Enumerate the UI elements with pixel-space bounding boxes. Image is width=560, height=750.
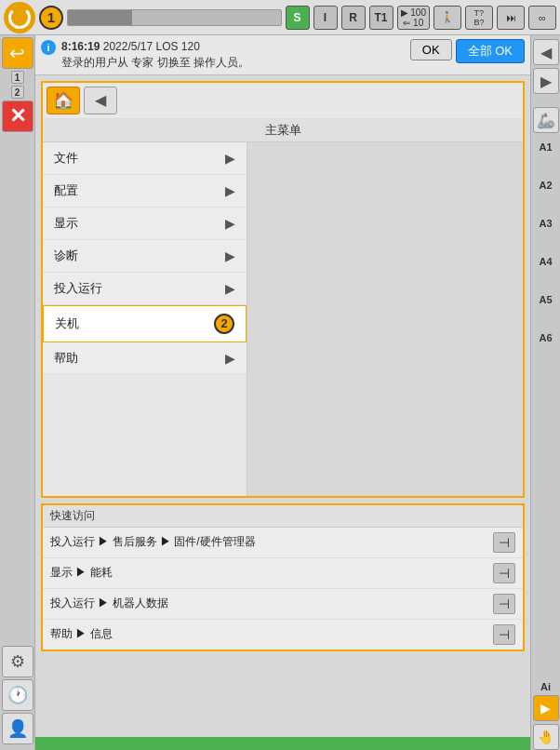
qa-item-1[interactable]: 显示 ▶ 能耗 ⊣ (43, 558, 523, 589)
left-sidebar: ↩ 1 2 ✕ ⚙ 🕐 👤 (0, 35, 35, 750)
btn-r[interactable]: R (341, 6, 366, 30)
menu-item-config-label: 配置 (54, 182, 78, 199)
menu-item-config-arrow: ▶ (225, 183, 235, 198)
menu-title: 主菜单 (43, 119, 523, 142)
info-message: 登录的用户从 专家 切换至 操作人员。 (61, 56, 249, 69)
right-btn-robot[interactable]: 🦾 (533, 107, 559, 133)
menu-item-startup[interactable]: 投入运行 ▶ (43, 273, 247, 305)
info-time: 8:16:19 (61, 40, 100, 53)
qa-item-2[interactable]: 投入运行 ▶ 机器人数据 ⊣ (43, 589, 523, 620)
btn-i[interactable]: I (313, 6, 338, 30)
btn-tb[interactable]: T?B? (465, 6, 493, 30)
qa-item-2-label: 投入运行 ▶ 机器人数据 (50, 596, 168, 611)
shutdown-badge: 2 (214, 314, 234, 334)
right-btn-arrow-left[interactable]: ◀ (533, 39, 559, 65)
menu-item-help-label: 帮助 (54, 350, 78, 367)
info-text: 8:16:19 2022/5/17 LOS 120 登录的用户从 专家 切换至 … (61, 39, 405, 71)
menu-item-config[interactable]: 配置 ▶ (43, 175, 247, 208)
info-actions: OK 全部 OK (410, 39, 525, 63)
ok-all-button[interactable]: 全部 OK (456, 39, 525, 63)
menu-item-display[interactable]: 显示 ▶ (43, 208, 247, 240)
step-badge-1: 1 (39, 6, 63, 30)
menu-item-file-label: 文件 (54, 150, 78, 167)
menu-item-display-label: 显示 (54, 215, 78, 232)
menu-item-diag-arrow: ▶ (225, 248, 235, 263)
right-btn-arrow-right[interactable]: ▶ (533, 68, 559, 94)
info-los: LOS 120 (155, 40, 199, 53)
menu-item-diag[interactable]: 诊断 ▶ (43, 240, 247, 273)
menu-item-shutdown[interactable]: 关机 2 (43, 305, 247, 342)
menu-item-display-arrow: ▶ (225, 216, 235, 231)
right-label-a5: A5 (539, 295, 552, 305)
menu-content-area (247, 142, 523, 496)
qa-item-0[interactable]: 投入运行 ▶ 售后服务 ▶ 固件/硬件管理器 ⊣ (43, 528, 523, 558)
right-label-a4: A4 (539, 257, 552, 267)
main-content: i 8:16:19 2022/5/17 LOS 120 登录的用户从 专家 切换… (35, 35, 530, 750)
qa-item-1-label: 显示 ▶ 能耗 (50, 565, 113, 581)
menu-item-help-arrow: ▶ (225, 351, 235, 366)
qa-item-3[interactable]: 帮助 ▶ 信息 ⊣ (43, 620, 523, 650)
right-btn-hand[interactable]: 🤚 (533, 724, 559, 750)
right-label-ai: Ai (540, 682, 551, 692)
info-icon: i (41, 40, 56, 55)
right-label-a6: A6 (539, 333, 552, 343)
btn-s[interactable]: S (286, 6, 310, 30)
right-label-a2: A2 (539, 181, 552, 191)
menu-item-help[interactable]: 帮助 ▶ (43, 342, 247, 375)
right-label-a3: A3 (539, 219, 552, 229)
sidebar-num-2: 2 (11, 86, 24, 99)
sidebar-btn-settings[interactable]: ⚙ (2, 646, 33, 677)
btn-ff[interactable]: ⏭ (497, 6, 525, 30)
right-label-a1: A1 (539, 142, 552, 153)
btn-inf[interactable]: ∞ (528, 6, 556, 30)
status-bar (35, 737, 530, 750)
sidebar-btn-user[interactable]: 👤 (2, 713, 33, 744)
qa-item-0-arrow[interactable]: ⊣ (493, 532, 515, 553)
info-date: 2022/5/17 (103, 40, 153, 53)
menu-header: 🏠 ◀ (43, 83, 523, 119)
qa-item-0-label: 投入运行 ▶ 售后服务 ▶ 固件/硬件管理器 (50, 534, 256, 550)
menu-item-shutdown-label: 关机 (55, 315, 79, 332)
quick-access: 快速访问 投入运行 ▶ 售后服务 ▶ 固件/硬件管理器 ⊣ 显示 ▶ 能耗 ⊣ … (41, 503, 525, 651)
info-bar: i 8:16:19 2022/5/17 LOS 120 登录的用户从 专家 切换… (35, 35, 530, 75)
menu-area: 🏠 ◀ 主菜单 文件 ▶ 配置 ▶ 显示 ▶ (41, 81, 525, 498)
ok-button[interactable]: OK (410, 39, 452, 60)
menu-item-file[interactable]: 文件 ▶ (43, 142, 247, 175)
sidebar-btn-cross[interactable]: ✕ (2, 100, 33, 132)
qa-item-3-arrow[interactable]: ⊣ (493, 624, 515, 645)
menu-body: 文件 ▶ 配置 ▶ 显示 ▶ 诊断 ▶ (43, 142, 523, 496)
menu-item-startup-arrow: ▶ (225, 281, 235, 296)
top-bar: 1 S I R T1 ▶ 100⇐ 10 🚶 T?B? ⏭ ∞ (0, 0, 560, 35)
right-btn-play[interactable]: ▶ (533, 695, 559, 721)
right-sidebar: ◀ ▶ 🦾 A1 A2 A3 A4 A5 A6 Ai ▶ 🤚 (530, 35, 560, 750)
sidebar-num-1: 1 (11, 71, 24, 84)
qa-item-2-arrow[interactable]: ⊣ (493, 594, 515, 614)
menu-item-diag-label: 诊断 (54, 248, 78, 264)
menu-item-startup-label: 投入运行 (54, 280, 102, 297)
btn-speed[interactable]: ▶ 100⇐ 10 (397, 6, 430, 30)
home-button[interactable]: 🏠 (47, 87, 80, 114)
btn-t1[interactable]: T1 (369, 6, 393, 30)
menu-item-file-arrow: ▶ (225, 151, 235, 166)
sidebar-btn-clock[interactable]: 🕐 (2, 679, 33, 711)
qa-item-1-arrow[interactable]: ⊣ (493, 563, 515, 583)
progress-bar (67, 9, 282, 26)
logo-button[interactable] (4, 2, 35, 33)
sidebar-btn-back[interactable]: ↩ (2, 37, 33, 69)
btn-walk[interactable]: 🚶 (433, 6, 461, 30)
quick-access-title: 快速访问 (43, 505, 523, 528)
qa-item-3-label: 帮助 ▶ 信息 (50, 626, 113, 642)
menu-list: 文件 ▶ 配置 ▶ 显示 ▶ 诊断 ▶ (43, 142, 247, 496)
back-button[interactable]: ◀ (84, 87, 117, 114)
